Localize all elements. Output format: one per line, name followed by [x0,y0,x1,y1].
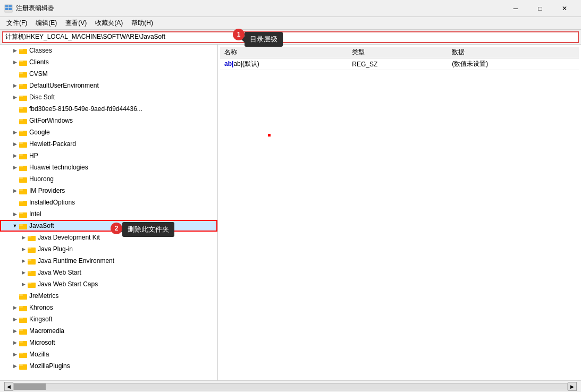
status-bar: ◀ ▶ [0,380,581,392]
tree-item-khronos[interactable]: ▶ Khronos [0,302,217,313]
tree-item-discsoft[interactable]: ▶ Disc Soft [0,91,217,103]
svg-rect-26 [19,166,23,167]
svg-rect-1 [5,5,9,7]
tree-item-javaplugin[interactable]: ▶ Java Plug-in [0,243,217,255]
expander-microsoft[interactable]: ▶ [11,340,19,345]
tree-label-classes: Classes [29,47,52,54]
tree-item-javasoft[interactable]: ▼ JavaSoft [0,220,217,232]
expander-javasoft[interactable]: ▼ [11,223,19,228]
tree-item-fbd30ee5[interactable]: ▶ fbd30ee5-8150-549e-9aed-fd9d44436... [0,103,217,115]
tree-item-javawebstart[interactable]: ▶ Java Web Start [0,267,217,278]
scroll-left-arrow[interactable]: ◀ [4,382,13,391]
expander-defaultuserenv[interactable]: ▶ [11,83,19,88]
folder-icon-hp [19,152,28,159]
expander-discsoft[interactable]: ▶ [11,95,19,100]
svg-rect-14 [19,96,23,97]
tree-label-huorong: Huorong [29,175,54,183]
tree-item-cvsm[interactable]: ▶ CVSM [0,68,217,80]
tree-item-google[interactable]: ▶ Google [0,126,217,138]
scroll-right-arrow[interactable]: ▶ [568,382,577,391]
tree-item-mozillaplugins[interactable]: ▶ MozillaPlugins [0,360,217,372]
expander-mozillaplugins[interactable]: ▶ [11,363,19,369]
tree-item-javawebstartcaps[interactable]: ▶ Java Web Start Caps [0,278,217,290]
expander-javadevelopment[interactable]: ▶ [19,235,28,240]
tree-item-hewlett[interactable]: ▶ Hewlett-Packard [0,138,217,150]
expander-kingsoft[interactable]: ▶ [11,317,19,322]
tree-item-improviders[interactable]: ▶ IM Providers [0,185,217,197]
expander-javawebstartcaps[interactable]: ▶ [19,282,28,287]
row-name: ab|ab|(默认) [220,58,348,70]
expander-hp[interactable]: ▶ [11,153,19,158]
menu-help[interactable]: 帮助(H) [127,18,157,29]
expander-google[interactable]: ▶ [11,130,19,135]
expander-improviders[interactable]: ▶ [11,188,19,193]
tree-item-javaruntime[interactable]: ▶ Java Runtime Environment [0,255,217,267]
minimize-button[interactable]: ─ [503,0,528,17]
tree-label-discsoft: Disc Soft [29,93,55,101]
folder-icon-javaplugin [28,245,36,253]
menu-edit[interactable]: 编辑(E) [31,18,61,29]
tree-item-kingsoft[interactable]: ▶ Kingsoft [0,313,217,325]
folder-icon-classes [19,47,28,54]
tree-item-mozilla[interactable]: ▶ Mozilla [0,348,217,360]
expander-clients[interactable]: ▶ [11,59,19,65]
menu-file[interactable]: 文件(F) [2,18,31,29]
folder-icon-javaruntime [28,257,36,265]
tree-item-microsoft[interactable]: ▶ Microsoft [0,337,217,348]
tree-item-defaultuserenv[interactable]: ▶ DefaultUserEnvironment [0,80,217,91]
folder-icon-intel [19,210,28,218]
tree-item-huorong[interactable]: ▶ Huorong [0,173,217,185]
title-bar-text: 注册表编辑器 [16,4,503,13]
tree-item-classes[interactable]: ▶ Classes [0,45,217,56]
expander-khronos[interactable]: ▶ [11,305,19,310]
svg-rect-44 [28,271,31,272]
badge-1: 1 [233,29,245,40]
close-button[interactable]: ✕ [552,0,577,17]
expander-javawebstart[interactable]: ▶ [19,270,28,275]
menu-view[interactable]: 查看(V) [61,18,91,29]
expander-javaplugin[interactable]: ▶ [19,246,28,252]
horizontal-scrollbar[interactable] [13,383,568,390]
folder-icon-huawei [19,164,28,171]
svg-rect-32 [19,201,23,202]
svg-rect-3 [9,5,12,7]
scroll-thumb[interactable] [14,384,46,390]
tree-item-huawei[interactable]: ▶ Huawei technologies [0,161,217,173]
row-data: (数值未设置) [448,58,579,70]
red-dot-detail [268,134,271,137]
folder-icon-hewlett [19,140,28,148]
callout-delete: 删除此文件夹 [122,222,174,237]
expander-macromedia[interactable]: ▶ [11,328,19,334]
svg-rect-46 [28,283,31,284]
expander-huawei[interactable]: ▶ [11,165,19,170]
tree-label-kingsoft: Kingsoft [29,316,52,323]
expander-classes[interactable]: ▶ [11,48,19,53]
folder-icon-installedoptions [19,199,28,206]
address-input[interactable] [2,31,579,43]
tree-item-jremetrics[interactable]: ▶ JreMetrics [0,290,217,302]
badge-2: 2 [111,223,122,234]
tree-label-javasoft: JavaSoft [29,222,54,229]
expander-javaruntime[interactable]: ▶ [19,258,28,263]
expander-intel[interactable]: ▶ [11,211,19,217]
col-data: 数据 [448,47,579,58]
address-bar [0,30,581,45]
tree-item-installedoptions[interactable]: ▶ InstalledOptions [0,197,217,208]
tree-item-gitforwindows[interactable]: ▶ GitForWindows [0,115,217,126]
table-row[interactable]: ab|ab|(默认) REG_SZ (数值未设置) [220,58,579,70]
restore-button[interactable]: □ [528,0,552,17]
tree-item-intel[interactable]: ▶ Intel [0,208,217,220]
expander-hewlett[interactable]: ▶ [11,141,19,147]
folder-icon-mozilla [19,351,28,358]
menu-bar: 文件(F) 编辑(E) 查看(V) 收藏夹(A) 帮助(H) [0,17,581,30]
expander-mozilla[interactable]: ▶ [11,352,19,357]
folder-icon-javawebstartcaps [28,280,36,288]
callout-directory: 目录层级 [245,32,283,47]
svg-rect-10 [19,72,23,74]
tree-item-javadevelopment[interactable]: ▶ Java Development Kit [0,232,217,243]
menu-favorites[interactable]: 收藏夹(A) [91,18,127,29]
title-bar-controls: ─ □ ✕ [503,0,577,17]
tree-item-macromedia[interactable]: ▶ Macromedia [0,325,217,337]
tree-item-hp[interactable]: ▶ HP [0,150,217,161]
tree-item-clients[interactable]: ▶ Clients [0,56,217,68]
